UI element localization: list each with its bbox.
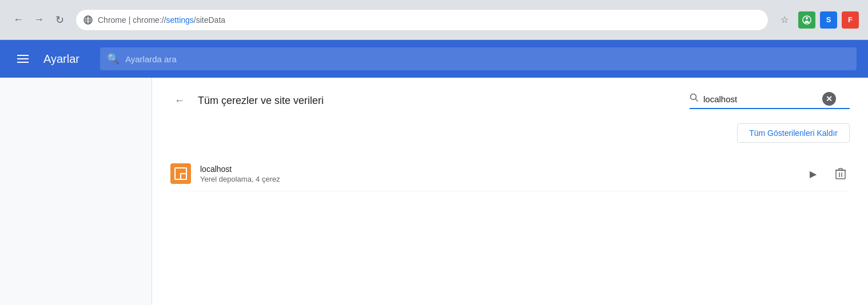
content-area: ← Tüm çerezler ve site verileri ✕ Tüm Gö… <box>152 78 868 305</box>
back-button[interactable]: ← <box>9 11 27 29</box>
expand-button[interactable]: ▶ <box>804 164 822 183</box>
remove-all-section: Tüm Gösterilenleri Kaldır <box>170 123 850 143</box>
svg-rect-9 <box>836 170 845 179</box>
site-info: localhost Yerel depolama, 4 çerez <box>200 164 795 183</box>
svg-rect-13 <box>839 168 842 170</box>
remove-all-button[interactable]: Tüm Gösterilenleri Kaldır <box>737 123 850 143</box>
settings-search-box[interactable]: 🔍 <box>100 47 857 70</box>
site-search-input[interactable] <box>703 94 818 104</box>
svg-line-8 <box>696 99 698 102</box>
svg-point-6 <box>806 17 808 19</box>
site-actions: ▶ <box>804 164 850 183</box>
address-bar[interactable]: Chrome | chrome://settings/siteData <box>75 9 769 31</box>
globe-icon <box>83 15 93 25</box>
favicon-icon <box>174 167 187 180</box>
settings-title: Ayarlar <box>43 53 79 66</box>
forward-button[interactable]: → <box>30 11 48 29</box>
hamburger-icon <box>17 55 29 63</box>
reload-button[interactable]: ↻ <box>50 11 69 29</box>
nav-buttons: ← → ↻ <box>9 11 69 29</box>
sidebar <box>0 78 152 305</box>
extension-button-1[interactable] <box>798 11 815 29</box>
table-row: localhost Yerel depolama, 4 çerez ▶ <box>170 156 850 191</box>
search-field-container[interactable]: ✕ <box>690 92 850 109</box>
bookmark-button[interactable]: ☆ <box>775 11 794 29</box>
address-text: Chrome | chrome://settings/siteData <box>98 15 225 25</box>
site-list: localhost Yerel depolama, 4 çerez ▶ <box>170 156 850 191</box>
svg-point-7 <box>691 94 696 100</box>
page-header-left: ← Tüm çerezler ve site verileri <box>170 91 324 110</box>
search-field-icon <box>690 93 699 105</box>
page-back-button[interactable]: ← <box>170 91 189 110</box>
settings-search-input[interactable] <box>125 54 850 64</box>
clear-search-button[interactable]: ✕ <box>822 92 836 106</box>
hamburger-button[interactable] <box>11 47 34 70</box>
settings-header: Ayarlar 🔍 <box>0 40 868 78</box>
settings-search-icon: 🔍 <box>107 53 120 65</box>
main-layout: ← Tüm çerezler ve site verileri ✕ Tüm Gö… <box>0 78 868 305</box>
browser-actions: ☆ S F <box>775 11 859 29</box>
extension-button-2[interactable]: S <box>820 11 837 29</box>
site-name: localhost <box>200 164 795 174</box>
extension-button-3[interactable]: F <box>842 11 859 29</box>
page-header: ← Tüm çerezler ve site verileri ✕ <box>170 91 850 110</box>
page-title: Tüm çerezler ve site verileri <box>198 95 324 107</box>
site-favicon <box>170 163 191 184</box>
site-detail: Yerel depolama, 4 çerez <box>200 175 795 183</box>
delete-site-button[interactable] <box>831 164 850 183</box>
browser-bar: ← → ↻ Chrome | chrome://settings/siteDat… <box>0 0 868 40</box>
